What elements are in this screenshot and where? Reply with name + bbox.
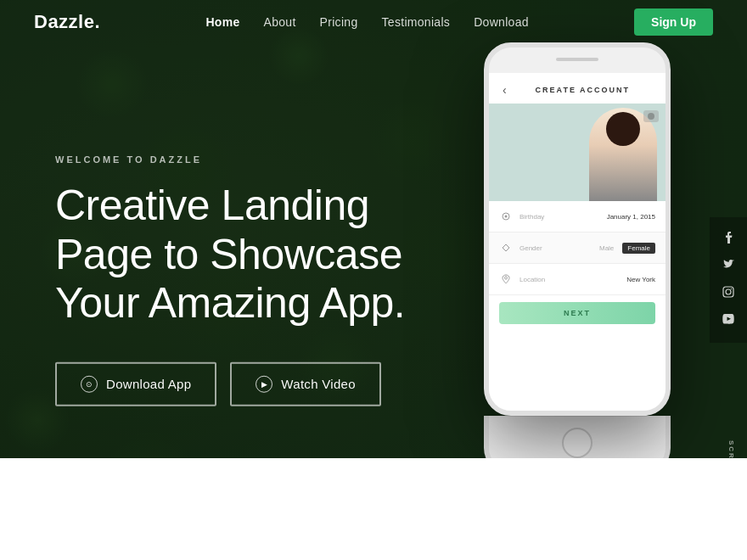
hero-content: Welcome to Dazzle Creative Landing Page … — [55, 154, 405, 406]
birthday-value: January 1, 2015 — [607, 213, 655, 221]
welcome-tag: Welcome to Dazzle — [55, 154, 405, 165]
download-app-button[interactable]: ⊙ Download App — [55, 361, 216, 406]
gender-female[interactable]: Female — [622, 243, 655, 254]
form-fields: Birthday January 1, 2015 Gender Male Fem… — [489, 201, 666, 295]
gender-icon — [499, 241, 513, 255]
back-arrow-icon: ‹ — [503, 83, 507, 97]
signup-button[interactable]: Sign Up — [634, 8, 713, 36]
location-field: Location New York — [489, 264, 666, 295]
bottom-section — [0, 458, 747, 560]
twitter-icon[interactable] — [720, 258, 737, 275]
birthday-icon — [499, 210, 513, 223]
location-icon — [499, 272, 513, 286]
hero-title: Creative Landing Page to Showcase Your A… — [55, 182, 405, 328]
birthday-field: Birthday January 1, 2015 — [489, 201, 666, 232]
gender-options: Male Female — [594, 243, 655, 254]
camera-icon — [643, 110, 659, 122]
screen-title: Create Account — [514, 86, 652, 94]
gender-male[interactable]: Male — [594, 243, 619, 254]
svg-rect-3 — [723, 287, 733, 297]
next-button[interactable]: Next — [499, 302, 655, 324]
hero-section: Dazzle. Home About Pricing Testimonials … — [0, 0, 747, 560]
hero-buttons: ⊙ Download App ▶ Watch Video — [55, 361, 405, 406]
instagram-icon[interactable] — [720, 285, 737, 302]
phone-screen: ‹ Create Account — [489, 73, 666, 411]
watch-video-button[interactable]: ▶ Watch Video — [230, 361, 381, 406]
svg-point-4 — [726, 289, 731, 294]
location-value: New York — [626, 276, 655, 283]
gender-label: Gender — [520, 244, 587, 252]
birthday-label: Birthday — [520, 213, 600, 221]
nav-download[interactable]: Download — [474, 15, 529, 29]
nav-home[interactable]: Home — [205, 15, 239, 29]
social-sidebar — [710, 217, 747, 343]
phone-mockup: ‹ Create Account — [475, 42, 679, 475]
brand-logo[interactable]: Dazzle. — [34, 11, 100, 33]
svg-point-2 — [505, 277, 508, 279]
facebook-icon[interactable] — [720, 231, 737, 248]
nav-links: Home About Pricing Testimonials Download — [205, 15, 528, 29]
screen-header: ‹ Create Account — [489, 73, 666, 104]
nav-pricing[interactable]: Pricing — [320, 15, 358, 29]
phone-body: ‹ Create Account — [484, 42, 671, 416]
home-button[interactable] — [562, 428, 593, 458]
gender-field: Gender Male Female — [489, 232, 666, 264]
download-circle-icon: ⊙ — [81, 375, 98, 392]
play-icon: ▶ — [256, 375, 272, 392]
youtube-icon[interactable] — [720, 312, 737, 329]
nav-about[interactable]: About — [264, 15, 296, 29]
nav-testimonials[interactable]: Testimonials — [382, 15, 451, 29]
location-label: Location — [520, 276, 620, 283]
phone-speaker — [556, 58, 598, 61]
svg-point-5 — [731, 288, 732, 289]
svg-point-1 — [505, 216, 508, 218]
navigation: Dazzle. Home About Pricing Testimonials … — [0, 0, 747, 44]
person-head — [606, 112, 640, 146]
screen-photo-area — [489, 104, 666, 201]
